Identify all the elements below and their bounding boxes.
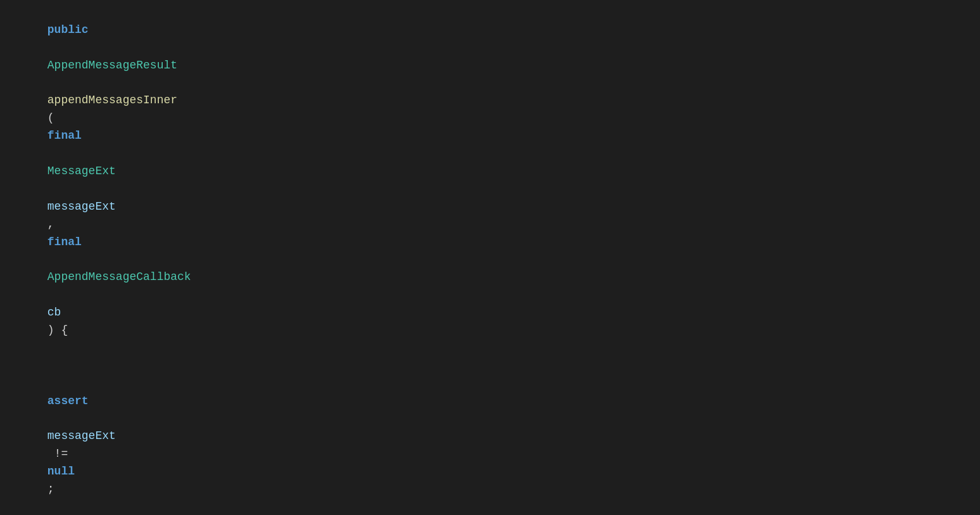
keyword-public: public xyxy=(47,23,89,36)
code-editor: public AppendMessageResult appendMessage… xyxy=(0,0,980,515)
code-line-2: assert messageExt != null ; xyxy=(0,357,980,515)
code-line-1: public AppendMessageResult appendMessage… xyxy=(0,4,980,357)
